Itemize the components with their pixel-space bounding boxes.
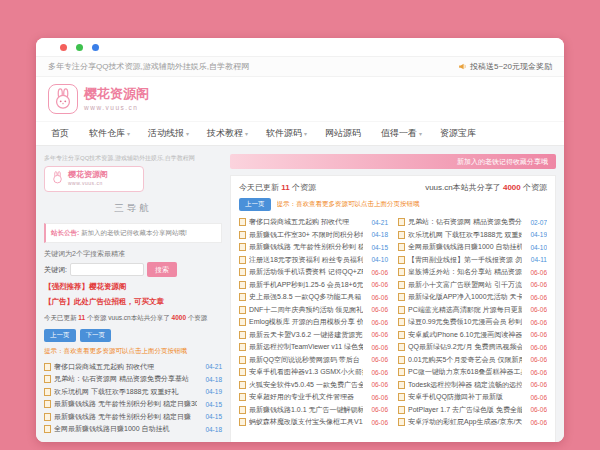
list-item[interactable]: 最新赚钱线路 无年龄性别积分秒到 稳定日赚300+ 04-15 — [239, 241, 388, 254]
doc-icon — [398, 343, 405, 351]
list-item[interactable]: 欢乐玩机网 下载狂欢季1888元 双重好礼 04-19 — [44, 385, 222, 398]
doc-icon — [398, 331, 405, 339]
list-item[interactable]: 史上最强5.8.5 一款QQ多功能工具箱 06-06 — [239, 291, 388, 304]
list-item[interactable]: 最新赚钱线路 无年龄性别积分秒到 稳定日赚300+ 04-15 — [44, 398, 222, 411]
search-button[interactable]: 搜索 — [147, 262, 177, 277]
list-item[interactable]: QQ最新绿钻9.2元/月 免费腾讯视频会员 06-06 — [398, 341, 547, 354]
sidebar-mini-logo[interactable]: 樱花资源阁 www.vuus.cn — [44, 166, 144, 192]
main-notice-text: 新加入的老铁记得收藏分享哦 — [457, 157, 548, 167]
list-item[interactable]: 最新小十文富广告联盟网站 引千万流量 06-06 — [398, 279, 547, 292]
notice-text: 新加入的老铁记得收藏本分享网站哦! — [81, 229, 187, 236]
list-item[interactable]: 最新QQ空间说说秒赞网源码 带后台 06-06 — [239, 354, 388, 367]
site-url: www.vuus.cn — [84, 104, 149, 111]
pager-tip: 提示：喜欢查看更多资源可以点击上面分页按钮哦 — [277, 200, 420, 209]
list-item[interactable]: 最新赚钱线路1.0.1 无广告一键解锁标记工具 06-06 — [239, 404, 388, 417]
list-item[interactable]: 最新活动领手机话费资料 记得QQ+ZFB小红包 06-06 — [239, 266, 388, 279]
list-item[interactable]: 蚂蚁森林魔改版支付宝头像框工具V1.0 06-06 — [239, 416, 388, 429]
list-item[interactable]: PC端蓝光精选高清影院 片源每日更新 06-06 — [398, 304, 547, 317]
list-item[interactable]: 全网最新赚钱线路日赚1000 自动挂机 04-18 — [44, 423, 222, 436]
doc-icon — [44, 388, 51, 396]
list-item[interactable]: 最新远程控制TeamViewer v11 绿色免安装版 06-06 — [239, 341, 388, 354]
list-item[interactable]: Todesk远程控制神器 稳定流畅的远控软件工具 06-06 — [398, 379, 547, 392]
doc-icon — [398, 418, 405, 426]
list-item[interactable]: 0.01元购买5个月爱奇艺会员 仅限新用户 06-06 — [398, 354, 547, 367]
prev-page-button[interactable]: 上一页 — [44, 329, 76, 342]
nav-item[interactable]: 活动线报 ▾ — [139, 127, 198, 140]
next-page-button[interactable]: 下一页 — [80, 329, 112, 342]
panel-pager: 上一页 提示：喜欢查看更多资源可以点击上面分页按钮哦 — [239, 198, 547, 211]
window-close-button[interactable] — [60, 44, 67, 51]
doc-icon — [398, 231, 405, 239]
panel-stats: 今天已更新 11 个资源 vuus.cn本站共分享了 4000 个资源 — [239, 182, 547, 193]
nav-item[interactable]: 资源宝库 — [431, 127, 487, 140]
list-item[interactable]: 兄弟站：钻石资源网 精品资源免费分享基站 02-07 — [398, 216, 547, 229]
list-item[interactable]: 欢乐玩机网 下载狂欢季1888元 双重好礼 04-19 — [398, 229, 547, 242]
list-item[interactable]: 兄弟站：钻石资源网 精品资源免费分享基站 04-18 — [44, 373, 222, 386]
list-item[interactable]: PotPlayer 1.7 去广告绿色版 免费全能影音播放器 06-06 — [398, 404, 547, 417]
nav-item[interactable]: 软件源码 ▾ — [257, 127, 316, 140]
resource-list-col2: 兄弟站：钻石资源网 精品资源免费分享基站 02-07 欢乐玩机网 下载狂欢季18… — [398, 216, 547, 439]
list-item[interactable]: 最新赚钱线路 无年龄性别积分秒到 稳定日赚 04-15 — [44, 410, 222, 423]
list-item[interactable]: 最新绿化版APP净入1000元活动 天卡介绍员更 06-06 — [398, 291, 547, 304]
list-item[interactable]: 【青田副业线报】第一手线报资源 勿五进1970元 04-11 — [398, 254, 547, 267]
list-item[interactable]: 火狐安全软件v5.0.45 一款免费广告全拦截软件 06-06 — [239, 379, 388, 392]
sidebar-stats: 今天已更新 11 个资源 vuus.cn本站共分享了 4000 个资源 — [44, 314, 222, 323]
chevron-down-icon: ▾ — [127, 130, 130, 137]
list-item[interactable]: PC微一键助力京东618叠蛋糕神器工具 06-06 — [398, 366, 547, 379]
search-input[interactable] — [70, 263, 144, 276]
list-item[interactable]: 安卓浮动的彩虹屁App生成器/京东/天猫小工具 06-06 — [398, 416, 547, 429]
pager-tip: 提示：喜欢查看更多资源可以点击上面分页按钮哦 — [44, 347, 222, 356]
doc-icon — [398, 356, 405, 364]
nav-item[interactable]: 软件仓库 ▾ — [80, 127, 139, 140]
doc-icon — [239, 393, 246, 401]
list-item[interactable]: 最新手机APP秒到1.25-6 会员18+6元/月 稳定 06-06 — [239, 279, 388, 292]
chevron-down-icon: ▾ — [245, 130, 248, 137]
doc-icon — [239, 343, 246, 351]
nav-item[interactable]: 技术教程 ▾ — [198, 127, 257, 140]
nav-item[interactable]: 网站源码 — [316, 127, 372, 140]
list-item[interactable]: 安卓超好用的专业手机文件管理器 06-06 — [239, 391, 388, 404]
list-item[interactable]: 最新云天卡盟V3.6.2 一键搭建货源完整版 06-06 — [239, 329, 388, 342]
doc-icon — [44, 375, 51, 383]
chevron-down-icon: ▾ — [186, 130, 189, 137]
site-logo[interactable]: 樱花资源阁 www.vuus.cn — [48, 84, 149, 114]
window-minimize-button[interactable] — [76, 44, 83, 51]
sidebar-nav-toggle[interactable]: 三导航 — [44, 202, 222, 215]
site-header: 樱花资源阁 www.vuus.cn — [36, 77, 564, 121]
main-notice-banner: 新加入的老铁记得收藏分享哦 — [230, 154, 556, 169]
doc-icon — [398, 393, 405, 401]
doc-icon — [239, 293, 246, 301]
nav-item[interactable]: 首页 — [42, 127, 80, 140]
site-name: 樱花资源阁 — [84, 87, 149, 101]
promo-link-2[interactable]: 【广告】此处广告位招租，可买文章 — [44, 297, 222, 307]
page-content: 多年专注分享QQ技术资源,游戏辅助外挂娱乐,自学教程网 樱花资源阁 www.vu… — [36, 146, 564, 442]
list-item[interactable]: 奢侈口袋商城五元起购 招收代理 04-21 — [44, 360, 222, 373]
list-item[interactable]: 注册送18元零投资福利 粉丝专员福利100份 04-10 — [239, 254, 388, 267]
doc-icon — [398, 381, 405, 389]
doc-icon — [44, 425, 51, 433]
main-column: 新加入的老铁记得收藏分享哦 今天已更新 11 个资源 vuus.cn本站共分享了… — [230, 154, 556, 442]
list-item[interactable]: 安卓手机QQ防撤回补丁最新版 06-06 — [398, 391, 547, 404]
doc-icon — [398, 218, 405, 226]
topbar-submit-link[interactable]: 投稿送5~20元现金奖励 — [458, 61, 552, 72]
list-item[interactable]: 安卓威武iPhone 6.10元漫画阅读神器 06-06 — [398, 329, 547, 342]
chevron-down-icon: ▾ — [419, 130, 422, 137]
list-item[interactable]: Emlog模板库 开源的自用模板分享 价值30元 06-06 — [239, 316, 388, 329]
nav-item[interactable]: 值得一看 ▾ — [372, 127, 431, 140]
doc-icon — [239, 368, 246, 376]
list-item[interactable]: DNF十二周年庆典预约活动 领见面礼+抽奖资格 06-06 — [239, 304, 388, 317]
main-nav: 首页 软件仓库 ▾ 活动线报 ▾ 技术教程 ▾ 软件源码 ▾ — [36, 121, 564, 146]
updated-stats: 今天已更新 11 个资源 — [239, 182, 316, 193]
list-item[interactable]: 最新赚钱工作室30+ 不限时间积分秒结算 04-18 — [239, 229, 388, 242]
promo-link-1[interactable]: 【强烈推荐】樱花资源阁 — [44, 282, 222, 292]
bunny-icon — [48, 84, 78, 114]
doc-icon — [398, 268, 405, 276]
window-maximize-button[interactable] — [92, 44, 99, 51]
prev-page-button[interactable]: 上一页 — [239, 198, 271, 211]
doc-icon — [398, 306, 405, 314]
list-item[interactable]: 全网最新赚钱线路日赚1000 自动挂机 04-10 — [398, 241, 547, 254]
list-item[interactable]: 皇族博泛外站：知名分享站 精品资源分享基地 06-06 — [398, 266, 547, 279]
list-item[interactable]: 安卓手机看图神器v1.3 GSMX小火箭抢红包神器 06-06 — [239, 366, 388, 379]
list-item[interactable]: 奢侈口袋商城五元起购 招收代理 04-21 — [239, 216, 388, 229]
list-item[interactable]: 绿豆0.99元免费领10元漫画会员 秒到账 06-06 — [398, 316, 547, 329]
